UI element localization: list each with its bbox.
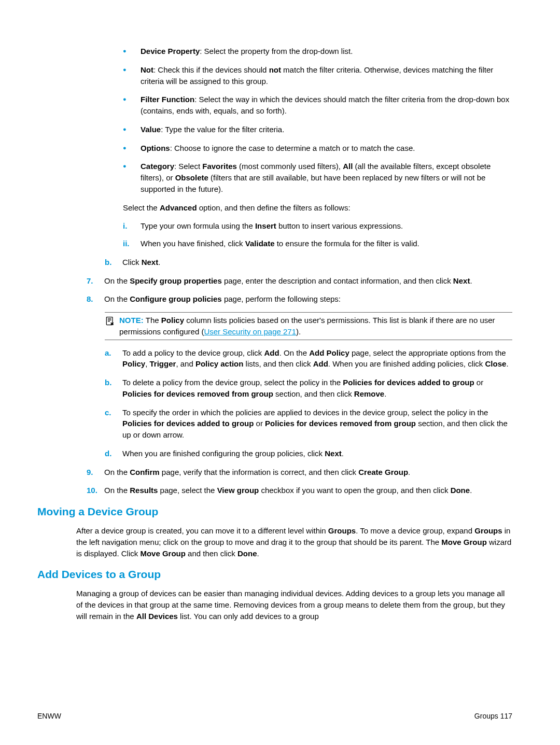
note-text: NOTE: The Policy column lists policies b…: [119, 315, 512, 338]
list-item: Filter Function: Select the way in which…: [123, 94, 512, 117]
step-9: 9.On the Confirm page, verify that the i…: [87, 467, 512, 478]
list-item: i.Type your own formula using the Insert…: [123, 220, 512, 232]
moving-group-paragraph: After a device group is created, you can…: [76, 525, 512, 559]
advanced-intro: Select the Advanced option, and then def…: [123, 202, 512, 214]
note-block: NOTE: The Policy column lists policies b…: [105, 312, 512, 340]
list-item: ii.When you have finished, click Validat…: [123, 238, 512, 249]
main-steps: 7.On the Specify group properties page, …: [87, 275, 512, 305]
step-8: 8.On the Configure group policies page, …: [87, 293, 512, 305]
user-security-link[interactable]: User Security on page 271: [204, 327, 296, 336]
main-steps-continued: 9.On the Confirm page, verify that the i…: [87, 467, 512, 497]
footer-right: Groups 117: [474, 712, 512, 720]
substep-c: c.To specify the order in which the poli…: [105, 407, 512, 441]
substep-d: d.When you are finished configuring the …: [105, 448, 512, 459]
step-b-next: b.Click Next.: [105, 257, 512, 268]
page-footer: ENWW Groups 117: [37, 712, 512, 720]
note-icon: [105, 316, 117, 328]
list-item: Device Property: Select the property fro…: [123, 46, 512, 57]
list-item: Category: Select Favorites (most commonl…: [123, 161, 512, 194]
heading-add-devices: Add Devices to a Group: [37, 568, 512, 581]
filter-properties-list: Device Property: Select the property fro…: [123, 46, 512, 195]
list-item: Not: Check this if the devices should no…: [123, 64, 512, 87]
list-item: Options: Choose to ignore the case to de…: [123, 143, 512, 154]
heading-moving-device-group: Moving a Device Group: [37, 505, 512, 518]
substep-a: a.To add a policy to the device group, c…: [105, 347, 512, 370]
list-item: Value: Type the value for the filter cri…: [123, 124, 512, 135]
policy-substeps: a.To add a policy to the device group, c…: [105, 347, 512, 459]
substep-b: b.To delete a policy from the device gro…: [105, 377, 512, 400]
step-7: 7.On the Specify group properties page, …: [87, 275, 512, 287]
add-devices-paragraph: Managing a group of devices can be easie…: [76, 588, 512, 622]
footer-left: ENWW: [37, 712, 61, 720]
advanced-steps: i.Type your own formula using the Insert…: [123, 220, 512, 249]
step-10: 10.On the Results page, select the View …: [87, 485, 512, 496]
